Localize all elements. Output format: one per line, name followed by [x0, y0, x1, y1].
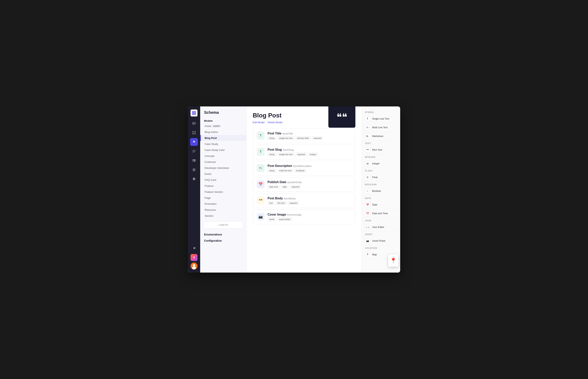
load-all-button[interactable]: Load All	[203, 221, 243, 228]
right-panel-float[interactable]: π Float	[362, 173, 400, 182]
sidebar-item-page[interactable]: Page	[200, 195, 246, 201]
sidebar-item-case-study-card[interactable]: Case Study Card	[200, 147, 246, 153]
date-and-time-label: Date and Time	[372, 212, 388, 215]
svg-rect-7	[194, 133, 196, 134]
main-header: ❝❝ Blog Post Edit Model Delete Model	[246, 106, 362, 127]
date-label: Date	[372, 204, 377, 206]
json-editor-label: Json Editor	[372, 226, 384, 229]
schema-title: Schema	[200, 106, 246, 118]
sidebar-item-faq-card[interactable]: FAQ Card	[200, 177, 246, 183]
right-panel-multi-line-text[interactable]: T≡ Multi Line Text	[362, 123, 400, 132]
app-window: BI	[188, 106, 400, 273]
field-card-publish-date[interactable]: 📅 Publish Date #publishDate date time da…	[253, 177, 355, 192]
right-panel-rich-text[interactable]: ❝❝ Rich Text	[362, 146, 400, 154]
sidebar-item-blog-post[interactable]: Blog Post	[200, 135, 246, 141]
date-and-time-icon: ⏰	[365, 211, 370, 216]
right-panel-single-line-text[interactable]: T Single Line Text	[362, 114, 400, 123]
svg-rect-1	[194, 111, 196, 113]
right-panel-date[interactable]: 📅 Date	[362, 201, 400, 209]
right-panel-integer[interactable]: 42 Integer	[362, 159, 400, 168]
right-panel-text-title: Text	[362, 141, 400, 146]
sidebar-item-feature-section[interactable]: Feature Section	[200, 189, 246, 195]
sidebar-item-customer[interactable]: Customer	[200, 159, 246, 165]
svg-rect-0	[192, 111, 194, 113]
multi-line-text-icon: T≡	[365, 125, 370, 130]
sidebar-item-promotion[interactable]: Promotion	[200, 201, 246, 207]
sidebar-item-section[interactable]: Section	[200, 213, 246, 219]
logo-icon[interactable]	[191, 110, 197, 116]
asset-label: Asset	[205, 125, 211, 127]
svg-rect-4	[193, 131, 194, 132]
nav-icon-settings[interactable]	[190, 245, 198, 253]
multi-line-text-label: Multi Line Text	[372, 126, 388, 129]
sidebar-item-concept[interactable]: Concept	[200, 153, 246, 159]
svg-point-16	[193, 264, 195, 266]
right-panel-asset-picker[interactable]: 📷 Asset Picker	[362, 237, 400, 245]
hashtag-icon[interactable]: #	[191, 254, 197, 261]
right-panel-string-title: String	[362, 110, 400, 114]
field-name-post-body: Post Body #postBody	[268, 197, 351, 200]
user-avatar[interactable]	[191, 263, 197, 269]
right-panel-date-title: Date	[362, 195, 400, 201]
fields-list: T Post Title #postTitle string single li…	[246, 127, 362, 229]
field-card-post-description[interactable]: T≡ Post Description #postDescription str…	[253, 161, 355, 175]
date-icon: 📅	[365, 202, 370, 207]
svg-rect-6	[193, 133, 194, 134]
svg-point-17	[192, 266, 196, 269]
right-panel-boolean-title: Boolean	[362, 182, 400, 187]
sidebar-item-resource[interactable]: Resource	[200, 207, 246, 213]
configuration-title: Configuration	[200, 237, 246, 244]
field-tags-post-title: string single line text primary field re…	[268, 136, 351, 140]
right-panel-asset-title: Asset	[362, 232, 400, 237]
markdown-label: Markdown	[372, 135, 383, 138]
nav-icon-dashboard[interactable]	[190, 129, 198, 137]
sidebar-item-asset[interactable]: Asset system	[200, 123, 246, 129]
sidebar-item-event[interactable]: Event	[200, 171, 246, 177]
field-tags-post-description: string multi line text localized	[268, 169, 351, 172]
nav-icon-content[interactable]	[190, 147, 198, 155]
field-tags-cover-image: asset asset picker	[268, 218, 351, 221]
nav-icon-media[interactable]	[190, 157, 198, 164]
field-card-cover-image[interactable]: 📷 Cover Image #coverImage asset asset pi…	[253, 210, 355, 224]
field-icon-post-description: T≡	[257, 164, 264, 172]
right-panel-markdown[interactable]: M↓ Markdown	[362, 132, 400, 141]
main-content: ❝❝ Blog Post Edit Model Delete Model T P…	[246, 106, 362, 273]
nav-icon-api[interactable]	[190, 166, 198, 174]
rich-text-label: Rich Text	[372, 149, 382, 151]
nav-icon-alerts[interactable]	[190, 175, 198, 183]
field-card-post-slug[interactable]: T Post Slug #postSlug string single line…	[253, 145, 355, 159]
map-overlay-icon: 📍	[388, 254, 398, 267]
bottom-icons: #	[190, 245, 198, 269]
sidebar-item-feature[interactable]: Feature	[200, 183, 246, 189]
right-panel-date-and-time[interactable]: ⏰ Date and Time	[362, 209, 400, 218]
rich-text-icon: ❝❝	[365, 147, 370, 153]
edit-model-link[interactable]: Edit Model	[253, 121, 264, 124]
nav-icon-workspace[interactable]: BI	[190, 120, 198, 127]
svg-rect-9	[193, 151, 196, 151]
sidebar-item-case-study[interactable]: Case Study	[200, 141, 246, 147]
right-panel-integer-title: Integer	[362, 154, 400, 159]
nav-icon-schema[interactable]	[190, 138, 198, 146]
field-info-post-title: Post Title #postTitle string single line…	[268, 132, 351, 140]
field-icon-post-body: ❝❝	[257, 197, 264, 204]
field-card-post-title[interactable]: T Post Title #postTitle string single li…	[253, 128, 355, 143]
icon-sidebar: BI	[188, 106, 200, 273]
svg-rect-11	[193, 159, 196, 162]
svg-rect-10	[193, 152, 194, 152]
right-panel-json-title: Json	[362, 218, 400, 223]
field-card-post-body[interactable]: ❝❝ Post Body #postBody text rich text re…	[253, 193, 355, 208]
markdown-icon: M↓	[365, 133, 370, 139]
enumerations-section: Enumerations	[200, 231, 246, 237]
delete-model-link[interactable]: Delete Model	[268, 121, 282, 124]
right-panel-json-editor[interactable]: {…} Json Editor	[362, 223, 400, 232]
boolean-label: Boolean	[372, 190, 381, 192]
sidebar-item-blog-author[interactable]: Blog Author	[200, 129, 246, 135]
single-line-text-label: Single Line Text	[372, 117, 389, 120]
field-name-post-description: Post Description #postDescription	[268, 164, 351, 168]
sidebar-item-developer-interviews[interactable]: Developer Interviews	[200, 165, 246, 171]
right-panel-boolean[interactable]: ✓ Boolean	[362, 187, 400, 195]
svg-rect-3	[194, 113, 196, 115]
field-info-post-slug: Post Slug #postSlug string single line t…	[268, 148, 351, 156]
float-label: Float	[372, 176, 377, 179]
field-icon-publish-date: 📅	[257, 180, 264, 188]
